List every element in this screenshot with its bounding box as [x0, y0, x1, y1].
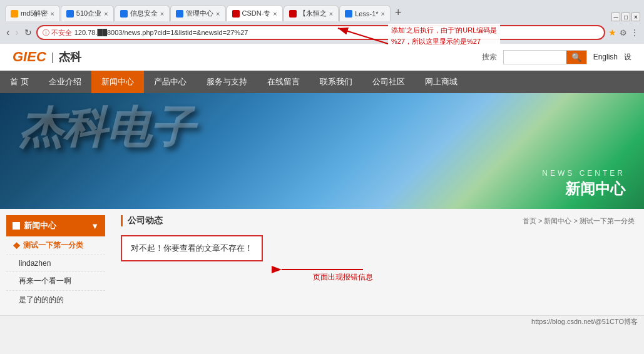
site-header: GIEC | 杰科 搜索 🔍 English 设: [0, 44, 644, 71]
logo-separator: |: [51, 51, 54, 64]
content-header-row: 公司动态 首页 > 新闻中心 > 测试一下第一分类: [121, 215, 635, 226]
tab-close-icon[interactable]: ×: [381, 10, 385, 18]
tab-close-icon[interactable]: ×: [329, 10, 333, 18]
site-banner: 杰科电子 NEWS CENTER 新闻中心: [0, 93, 644, 209]
sidebar-header: 新闻中心 ▼: [6, 215, 105, 236]
extensions-button[interactable]: ⚙: [620, 28, 627, 38]
nav-item-service[interactable]: 服务与支持: [197, 71, 257, 93]
website: GIEC | 杰科 搜索 🔍 English 设 首 页 企业介绍 新闻中心 产…: [0, 44, 644, 315]
search-label: 搜索: [482, 52, 497, 63]
nav-item-shop[interactable]: 网上商城: [415, 71, 468, 93]
tab-label: 510企业: [76, 9, 101, 18]
tab-close-icon[interactable]: ×: [50, 10, 54, 18]
tab-label: 管理中心: [186, 9, 213, 18]
nav-item-message[interactable]: 在线留言: [257, 71, 310, 93]
tab-label: 【永恒之: [299, 9, 327, 18]
tab-csdn[interactable]: CSDN-专 ×: [227, 5, 283, 21]
tab-admin[interactable]: 管理中心 ×: [170, 5, 225, 21]
tab-label: Less-1*: [355, 10, 378, 18]
logo-chinese-text: 杰科: [59, 49, 81, 64]
refresh-button[interactable]: ↻: [23, 28, 33, 38]
sidebar-arrow-icon: ▼: [91, 221, 99, 231]
logo-giec-text: GIEC: [13, 49, 46, 65]
sidebar-square-icon: [13, 222, 20, 230]
tab-label: 信息安全: [130, 9, 158, 18]
site-nav: 首 页 企业介绍 新闻中心 产品中心 服务与支持 在线留言 联系我们 公司社区 …: [0, 71, 644, 93]
error-box: 对不起！你要查看的文章不存在！: [121, 235, 263, 261]
tab-510[interactable]: 510企业 ×: [61, 5, 114, 21]
nav-item-contact[interactable]: 联系我们: [310, 71, 362, 93]
back-button[interactable]: ‹: [5, 27, 11, 38]
tab-close-icon[interactable]: ×: [273, 10, 277, 18]
site-logo: GIEC | 杰科: [13, 49, 81, 65]
tab-close-icon[interactable]: ×: [104, 10, 108, 18]
tab-favicon: [232, 10, 240, 18]
close-button[interactable]: ×: [631, 13, 640, 21]
tab-md5[interactable]: md5解密 ×: [5, 5, 60, 21]
search-button[interactable]: 🔍: [566, 51, 586, 64]
status-url: https://blog.csdn.net/@51CTO博客: [531, 317, 638, 326]
nav-item-community[interactable]: 公司社区: [362, 71, 415, 93]
banner-news-en-text: NEWS CENTER: [542, 169, 625, 178]
sidebar-item-1[interactable]: ❖ 测试一下第一分类: [6, 236, 105, 255]
maximize-button[interactable]: □: [621, 13, 630, 21]
nav-item-products[interactable]: 产品中心: [144, 71, 197, 93]
tab-bar: md5解密 × 510企业 × 信息安全 × 管理中心 × CSDN-专 × 【…: [0, 0, 644, 21]
status-bar: https://blog.csdn.net/@51CTO博客: [0, 315, 644, 328]
tab-infosec[interactable]: 信息安全 ×: [115, 5, 170, 21]
sidebar-title-text: 新闻中心: [24, 220, 56, 231]
tab-close-icon[interactable]: ×: [160, 10, 164, 18]
settings-text: 设: [624, 52, 631, 63]
forward-button[interactable]: ›: [14, 27, 19, 38]
search-box: 🔍: [503, 50, 587, 64]
nav-item-home[interactable]: 首 页: [0, 71, 39, 93]
site-header-right: 搜索 🔍 English 设: [482, 50, 631, 64]
sidebar-dot-icon: ❖: [13, 241, 21, 251]
breadcrumb: 首页 > 新闻中心 > 测试一下第一分类: [523, 216, 635, 226]
english-link[interactable]: English: [593, 53, 618, 61]
address-bar-row: ‹ › ↻ ⓘ 不安全 ★ ⚙ ⋮: [0, 21, 644, 44]
sidebar-item-2[interactable]: lindazhen: [6, 255, 105, 272]
tab-less1[interactable]: Less-1* ×: [339, 5, 391, 21]
logo-giec-icon: GIEC: [13, 49, 46, 65]
new-tab-button[interactable]: +: [391, 7, 406, 18]
banner-3d-text: 杰科电子: [19, 106, 194, 149]
tab-eternal[interactable]: 【永恒之 ×: [284, 5, 339, 21]
minimize-button[interactable]: ─: [611, 13, 620, 21]
sidebar-item-4[interactable]: 是了的的的的: [6, 291, 105, 309]
tab-favicon: [345, 10, 352, 18]
tab-favicon: [289, 10, 297, 18]
banner-news-cn-text: 新闻中心: [542, 179, 625, 199]
menu-button[interactable]: ⋮: [630, 28, 639, 38]
tab-favicon: [120, 10, 128, 18]
nav-item-news[interactable]: 新闻中心: [91, 71, 144, 93]
tab-favicon: [11, 10, 18, 18]
tab-close-icon[interactable]: ×: [216, 10, 220, 18]
main-content: 公司动态 首页 > 新闻中心 > 测试一下第一分类 对不起！你要查看的文章不存在…: [111, 209, 644, 315]
nav-item-about[interactable]: 企业介绍: [39, 71, 91, 93]
sidebar-item-3[interactable]: 再来一个看一啊: [6, 272, 105, 291]
section-title: 公司动态: [121, 215, 163, 226]
tab-favicon: [66, 10, 74, 18]
tab-label: md5解密: [21, 9, 48, 18]
content-area: 新闻中心 ▼ ❖ 测试一下第一分类 lindazhen 再来一个看一啊 是了的的…: [0, 209, 644, 315]
tab-favicon: [176, 10, 183, 18]
tab-label: CSDN-专: [242, 9, 271, 18]
address-input[interactable]: [74, 29, 599, 36]
bookmark-button[interactable]: ★: [608, 28, 616, 38]
banner-caption: NEWS CENTER 新闻中心: [542, 169, 625, 199]
secure-icon: ⓘ 不安全: [43, 28, 72, 38]
search-input[interactable]: [504, 51, 566, 63]
sidebar: 新闻中心 ▼ ❖ 测试一下第一分类 lindazhen 再来一个看一啊 是了的的…: [0, 209, 111, 315]
